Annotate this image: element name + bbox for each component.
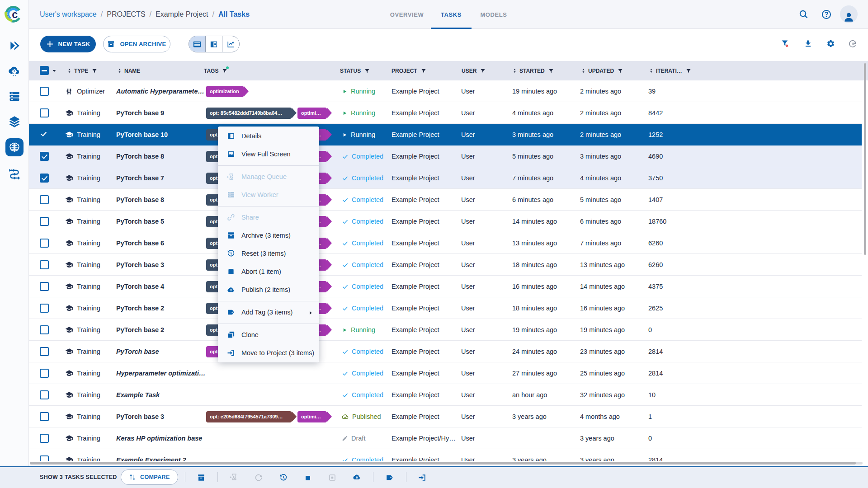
svg-text:c: c — [12, 9, 18, 20]
